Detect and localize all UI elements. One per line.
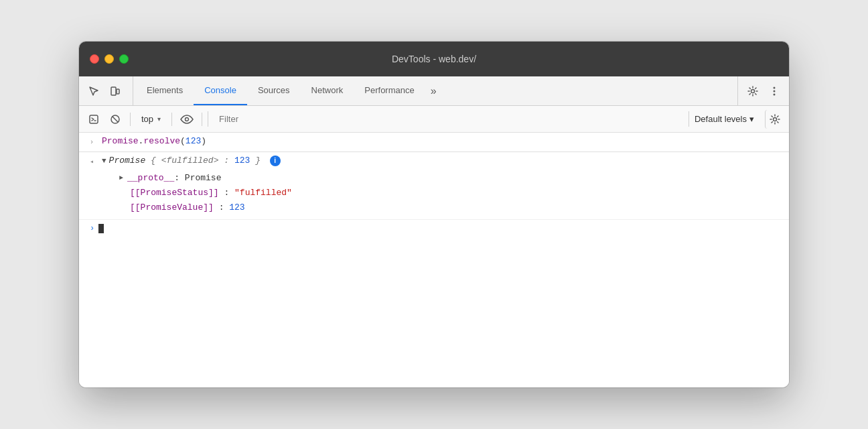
separator-1 bbox=[130, 113, 131, 126]
console-promise-block: ◂ ▼ Promise { <fulfilled> : 123 } i ► __… bbox=[79, 152, 789, 220]
tab-items: Elements Console Sources Network Perform… bbox=[136, 76, 737, 105]
console-line-input: › Promise.resolve(123) bbox=[79, 133, 789, 152]
console-toolbar: top ▾ Default levels ▾ bbox=[79, 106, 789, 133]
devtools-tools bbox=[84, 76, 133, 105]
expand-arrow[interactable]: ▼ bbox=[102, 155, 106, 167]
separator-2 bbox=[171, 113, 172, 126]
tab-network[interactable]: Network bbox=[301, 76, 354, 105]
more-tabs-button[interactable]: » bbox=[425, 76, 442, 105]
promise-value-line: [[PromiseValue]] : 123 bbox=[79, 200, 789, 215]
tab-bar: Elements Console Sources Network Perform… bbox=[79, 76, 789, 106]
promise-status-line: [[PromiseStatus]] : "fulfilled" bbox=[79, 186, 789, 200]
svg-point-2 bbox=[751, 89, 755, 93]
default-levels-selector[interactable]: Default levels ▾ bbox=[689, 111, 760, 127]
inspect-icon[interactable] bbox=[84, 82, 103, 101]
device-toggle-icon[interactable] bbox=[106, 82, 125, 101]
block-icon[interactable] bbox=[106, 110, 125, 129]
console-code-line1: Promise.resolve(123) bbox=[102, 135, 206, 147]
console-cursor[interactable] bbox=[98, 224, 104, 233]
svg-rect-1 bbox=[117, 89, 119, 94]
tab-performance[interactable]: Performance bbox=[354, 76, 425, 105]
context-selector[interactable]: top ▾ bbox=[136, 111, 166, 127]
maximize-button[interactable] bbox=[119, 54, 129, 64]
settings-icon[interactable] bbox=[743, 82, 762, 101]
svg-point-3 bbox=[774, 86, 776, 88]
svg-point-5 bbox=[774, 93, 776, 95]
filter-input[interactable] bbox=[214, 111, 680, 127]
title-bar: DevTools - web.dev/ bbox=[79, 42, 789, 76]
info-badge[interactable]: i bbox=[270, 156, 281, 166]
console-promise-header: ◂ ▼ Promise { <fulfilled> : 123 } i bbox=[79, 152, 789, 171]
tab-elements[interactable]: Elements bbox=[136, 76, 194, 105]
context-arrow: ▾ bbox=[157, 115, 161, 123]
console-output: › Promise.resolve(123) ◂ ▼ Promise { <fu… bbox=[79, 133, 789, 387]
svg-point-10 bbox=[186, 117, 189, 121]
tab-sources[interactable]: Sources bbox=[247, 76, 301, 105]
more-options-icon[interactable] bbox=[765, 82, 784, 101]
run-script-icon[interactable] bbox=[84, 110, 103, 129]
eye-icon[interactable] bbox=[177, 110, 196, 129]
proto-line: ► __proto__: Promise bbox=[79, 171, 789, 186]
svg-line-9 bbox=[113, 116, 118, 121]
proto-expand-arrow[interactable]: ► bbox=[119, 172, 123, 184]
tab-console[interactable]: Console bbox=[194, 76, 247, 105]
console-input-line[interactable]: › bbox=[79, 220, 789, 237]
svg-rect-0 bbox=[111, 87, 116, 95]
back-arrow: ◂ bbox=[90, 156, 98, 168]
window-title: DevTools - web.dev/ bbox=[392, 54, 476, 64]
console-input-arrow: › bbox=[90, 224, 94, 233]
devtools-window: DevTools - web.dev/ Elements bbox=[79, 42, 789, 387]
minimize-button[interactable] bbox=[104, 54, 114, 64]
svg-point-11 bbox=[773, 117, 776, 121]
promise-label: Promise { <fulfilled> : 123 } i bbox=[109, 155, 281, 167]
console-settings-icon[interactable] bbox=[765, 110, 784, 129]
separator-3 bbox=[202, 113, 202, 126]
tab-bar-right bbox=[737, 76, 784, 105]
svg-point-4 bbox=[774, 90, 776, 92]
input-arrow: › bbox=[90, 137, 98, 149]
levels-arrow: ▾ bbox=[749, 114, 754, 124]
filter-area bbox=[208, 111, 680, 127]
traffic-lights bbox=[90, 54, 129, 64]
close-button[interactable] bbox=[90, 54, 99, 64]
